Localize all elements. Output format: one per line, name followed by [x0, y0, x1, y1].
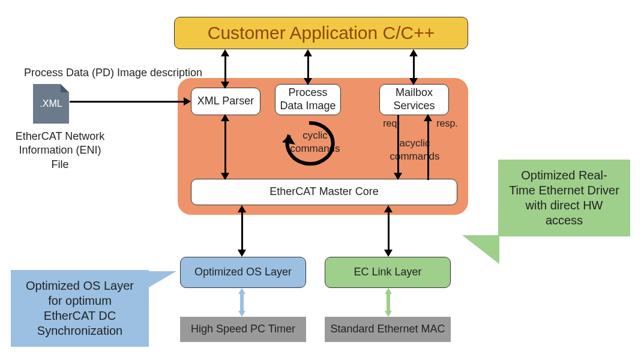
arrow-core-os-down — [238, 250, 246, 257]
process-data-image-box: Process Data Image — [275, 84, 341, 115]
arrow-pdi-top-down — [304, 78, 312, 85]
acyclic-commands-label: acyclic commands — [385, 137, 444, 163]
arrow-core-link-up — [384, 205, 393, 212]
arrow-os-timer — [240, 293, 244, 312]
arrow-link-mac-up — [385, 288, 392, 294]
arrow-req-head — [394, 173, 402, 180]
process-data-image-label: Process Data Image — [275, 86, 340, 112]
arrow-mb-top-up — [409, 49, 418, 56]
arrow-os-timer-down — [238, 311, 245, 317]
callout-right-tail — [462, 235, 499, 264]
customer-app-box: Customer Application C/C++ — [174, 17, 468, 49]
ec-link-layer-box: EC Link Layer — [325, 257, 451, 288]
svg-marker-0 — [282, 135, 295, 145]
arrow-core-link-down — [384, 250, 393, 257]
arrow-req — [397, 115, 399, 175]
master-core-box: EtherCAT Master Core — [191, 179, 457, 205]
arrow-resp-head — [424, 114, 432, 121]
eni-caption: EtherCAT Network Information (ENI) File — [12, 130, 108, 172]
arrow-xmlparser-core-up — [221, 114, 229, 121]
eni-heading: Process Data (PD) Image description — [24, 66, 204, 80]
arrow-core-os — [241, 210, 243, 252]
optimized-os-layer-label: Optimized OS Layer — [194, 266, 292, 279]
arrow-resp — [427, 120, 429, 180]
arrow-xmlparser-top-down — [221, 82, 229, 89]
ec-link-layer-label: EC Link Layer — [354, 266, 421, 279]
arrow-xmlfile — [70, 101, 185, 103]
mailbox-services-box: Mailbox Services — [379, 84, 449, 115]
req-label: req. — [379, 118, 403, 130]
callout-right-text: Optimized Real-Time Ethernet Driver with… — [509, 169, 619, 227]
arrow-link-mac — [387, 293, 390, 312]
std-mac-box: Standard Ethernet MAC — [325, 317, 451, 342]
arrow-xmlparser-core — [224, 119, 226, 175]
std-mac-label: Standard Ethernet MAC — [330, 323, 445, 336]
callout-left-text: Optimized OS Layer for optimum EtherCAT … — [26, 279, 134, 337]
xml-parser-box: XML Parser — [191, 88, 260, 115]
callout-left-tail — [148, 271, 176, 288]
callout-right: Optimized Real-Time Ethernet Driver with… — [498, 160, 630, 236]
arrow-link-mac-down — [385, 311, 392, 317]
optimized-os-layer-box: Optimized OS Layer — [180, 257, 306, 288]
hs-timer-label: High Speed PC Timer — [191, 323, 295, 336]
arrow-xmlparser-top-up — [221, 49, 229, 56]
arrow-core-os-up — [238, 205, 246, 212]
hs-timer-box: High Speed PC Timer — [180, 317, 306, 342]
xml-ext-label: .XML — [40, 98, 62, 109]
arrow-os-timer-up — [238, 288, 245, 294]
arrow-xmlfile-head — [184, 97, 191, 106]
xml-file-icon: .XML — [33, 84, 69, 124]
customer-app-label: Customer Application C/C++ — [208, 22, 435, 44]
xml-parser-label: XML Parser — [197, 95, 254, 108]
arrow-xmlparser-top — [224, 54, 226, 84]
arrow-xmlparser-core-down — [221, 173, 229, 180]
arrow-mb-top-down — [409, 78, 418, 85]
mailbox-services-label: Mailbox Services — [380, 86, 448, 112]
master-core-label: EtherCAT Master Core — [269, 185, 378, 199]
callout-left: Optimized OS Layer for optimum EtherCAT … — [11, 270, 149, 347]
resp-label: resp. — [433, 118, 461, 130]
cyclic-arrow-icon — [276, 117, 342, 177]
arrow-pdi-top-up — [304, 49, 312, 56]
arrow-core-link — [388, 210, 390, 252]
